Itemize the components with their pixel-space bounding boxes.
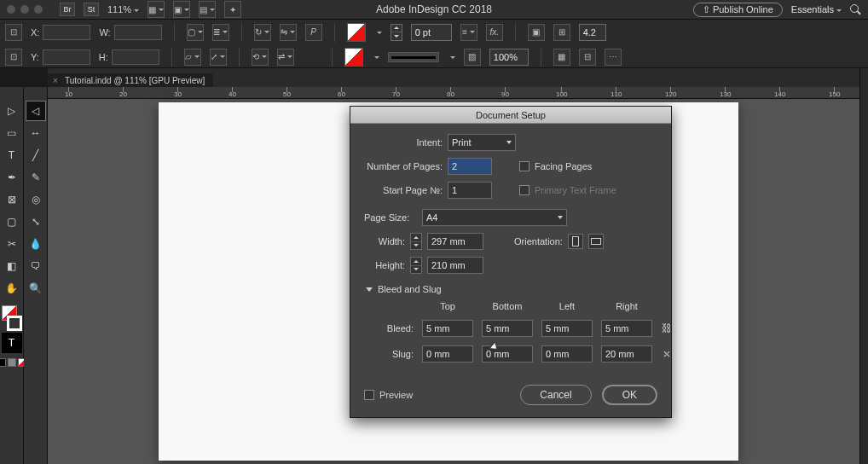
flip2-icon[interactable]: ⇌ [277,49,294,66]
document-tab[interactable]: Tutorial.indd @ 111% [GPU Preview] [48,73,213,87]
gradient-tool-icon[interactable]: ◧ [2,256,22,276]
frame-fitting-icon[interactable]: ▣ [528,24,545,41]
note-tool-icon[interactable]: 🗨 [26,256,46,276]
rotate2-icon[interactable]: ⟲ [252,49,269,66]
opacity-icon[interactable]: ▨ [464,49,481,66]
more-icon[interactable]: ⋯ [605,49,622,66]
preview-checkbox[interactable]: Preview [364,390,413,400]
stock-icon[interactable]: St [84,3,99,16]
maximize-window-icon[interactable] [34,5,43,14]
distribute-icon[interactable]: ⊟ [579,49,596,66]
hand-tool-icon[interactable]: ✋ [2,278,22,299]
bridge-icon[interactable]: Br [60,3,75,16]
gap-tool-icon[interactable]: ↔ [26,123,46,143]
stroke-weight-field[interactable] [411,24,452,41]
cancel-button[interactable]: Cancel [520,385,591,405]
fill-stroke-indicator[interactable] [0,305,24,331]
width-stepper[interactable] [410,233,422,250]
align-icon[interactable]: ⊞ [553,24,570,41]
flip-icon[interactable]: ⇋ [280,24,297,41]
screen-mode-icon[interactable]: ▣ [173,1,190,18]
ruler-tick: 120 [665,87,676,99]
apply-gradient-icon[interactable] [8,358,16,367]
minimize-window-icon[interactable] [20,5,29,14]
pencil-tool-icon[interactable]: ✎ [26,167,46,188]
color-mode-row[interactable] [0,358,26,367]
link-bleed-icon[interactable]: ⛓ [661,322,673,335]
view-options-icon[interactable]: ▦ [148,1,165,18]
facing-pages-checkbox[interactable]: Facing Pages [519,161,592,171]
height-field[interactable] [427,257,483,274]
ok-button[interactable]: OK [602,385,657,405]
scale-icon[interactable]: ⤢ [210,49,227,66]
zoom-tool-icon[interactable]: 🔍 [26,278,46,299]
rotate-icon[interactable]: ↻ [254,24,271,41]
stroke-swatch-icon[interactable] [344,48,363,67]
unlink-slug-icon[interactable]: ⤬ [661,347,673,361]
format-container-icon[interactable]: T [2,333,22,353]
frame-content-icon[interactable]: ▦ [553,49,570,66]
h-field[interactable] [112,49,159,65]
pages-field[interactable] [448,158,492,175]
zoom-level[interactable]: 111% [107,4,139,14]
orientation-landscape-button[interactable] [588,234,604,249]
width-label: Width: [364,236,405,246]
search-icon[interactable] [850,4,861,14]
scissors-tool-icon[interactable]: ✂ [2,234,22,254]
page-size-select[interactable]: A4 [422,209,567,226]
misc-num-field[interactable] [579,24,606,41]
stroke-weight-stepper[interactable] [391,24,402,41]
opacity-field[interactable] [489,49,529,66]
bleed-left-field[interactable] [541,320,593,337]
type-tool-icon[interactable]: T [2,145,22,165]
slug-right-field[interactable] [601,345,652,362]
arrange-docs-icon[interactable]: ▤ [199,1,216,18]
reference-point2-icon[interactable]: ⊡ [5,49,22,66]
slug-top-field[interactable] [422,345,473,362]
fill-swatch-caret[interactable] [374,27,382,38]
eyedropper-tool-icon[interactable]: 💧 [26,234,46,254]
pen-tool-icon[interactable]: ✒ [2,167,22,188]
bleed-top-field[interactable] [422,320,473,337]
free-transform-tool-icon[interactable]: ⤡ [26,212,46,232]
stroke-swatch-caret[interactable] [372,52,379,62]
apply-color-icon[interactable] [0,358,6,367]
selection-tool-icon[interactable]: ▷ [2,101,22,121]
window-controls[interactable] [7,5,43,14]
bleed-slug-section-toggle[interactable]: Bleed and Slug [366,284,657,294]
effects-icon[interactable]: fx. [486,24,503,41]
bleed-bottom-field[interactable] [482,320,533,337]
rectangle-frame-tool-icon[interactable]: ⊠ [2,189,22,210]
stroke-indicator-icon[interactable] [7,316,22,331]
orientation-portrait-button[interactable] [568,234,583,249]
publish-online-button[interactable]: ⇧ Publish Online [693,3,783,17]
corner-options-icon[interactable]: ▢ [187,24,204,41]
fill-swatch-icon[interactable] [347,23,366,42]
stroke-preview-caret[interactable] [448,52,455,62]
width-field[interactable] [427,233,483,250]
close-window-icon[interactable] [7,5,15,14]
y-field[interactable] [43,49,90,65]
text-wrap-icon[interactable]: ≣ [212,24,229,41]
gpu-preview-icon[interactable]: ✦ [224,1,241,18]
slug-left-field[interactable] [541,345,593,362]
direct-selection-tool-icon[interactable]: ◁ [26,101,46,121]
start-page-field[interactable] [448,182,492,199]
ellipse-frame-tool-icon[interactable]: ◎ [26,189,46,210]
stroke-style-icon[interactable]: ≡ [460,24,477,41]
stroke-preview[interactable] [388,52,439,62]
bleed-right-field[interactable] [601,320,652,337]
reference-point-icon[interactable]: ⊡ [5,24,22,41]
intent-select[interactable]: Print [448,134,516,151]
shear-icon[interactable]: ▱ [184,49,201,66]
path-type-icon[interactable]: P [305,24,322,41]
ruler-tick: 100 [556,87,567,99]
workspace-selector[interactable]: Essentials [791,4,842,14]
line-tool-icon[interactable]: ╱ [26,145,46,165]
height-stepper[interactable] [410,257,422,274]
x-field[interactable] [43,25,90,40]
w-field[interactable] [114,25,162,40]
page-tool-icon[interactable]: ▭ [2,123,22,143]
rectangle-tool-icon[interactable]: ▢ [2,212,22,232]
collapsed-panels[interactable] [859,68,868,464]
